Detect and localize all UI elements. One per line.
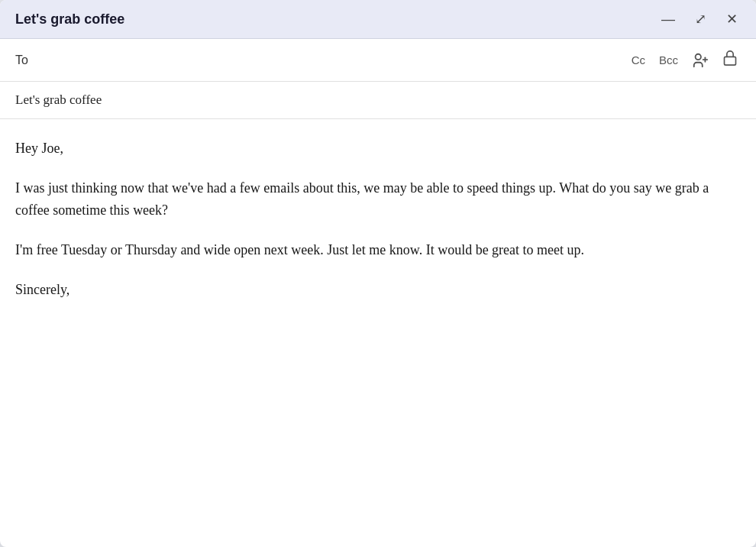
to-actions: Cc Bcc bbox=[628, 48, 741, 72]
title-bar-actions: — ⤢ ✕ bbox=[658, 11, 741, 28]
to-row: To Cc Bcc bbox=[0, 39, 756, 82]
closing: Sincerely, bbox=[15, 279, 741, 302]
email-body: Hey Joe, I was just thinking now that we… bbox=[15, 138, 741, 301]
compose-window: Let's grab coffee — ⤢ ✕ To Cc Bcc bbox=[0, 0, 756, 547]
subject-text: Let's grab coffee bbox=[15, 92, 102, 107]
paragraph2: I'm free Tuesday or Thursday and wide op… bbox=[15, 239, 741, 262]
body-area[interactable]: Hey Joe, I was just thinking now that we… bbox=[0, 119, 756, 547]
to-label: To bbox=[15, 53, 38, 67]
maximize-button[interactable]: ⤢ bbox=[692, 11, 709, 28]
greeting: Hey Joe, bbox=[15, 138, 741, 160]
to-input[interactable] bbox=[44, 53, 622, 67]
svg-point-0 bbox=[696, 53, 701, 59]
lock-button[interactable] bbox=[719, 48, 741, 72]
window-title: Let's grab coffee bbox=[15, 11, 124, 28]
minimize-button[interactable]: — bbox=[658, 11, 678, 28]
bcc-button[interactable]: Bcc bbox=[656, 52, 681, 68]
subject-row: Let's grab coffee bbox=[0, 82, 756, 119]
title-bar: Let's grab coffee — ⤢ ✕ bbox=[0, 0, 756, 39]
close-button[interactable]: ✕ bbox=[723, 11, 741, 28]
cc-button[interactable]: Cc bbox=[628, 52, 648, 68]
svg-rect-3 bbox=[725, 57, 736, 65]
add-contact-button[interactable] bbox=[689, 50, 712, 70]
paragraph1: I was just thinking now that we've had a… bbox=[15, 177, 741, 222]
